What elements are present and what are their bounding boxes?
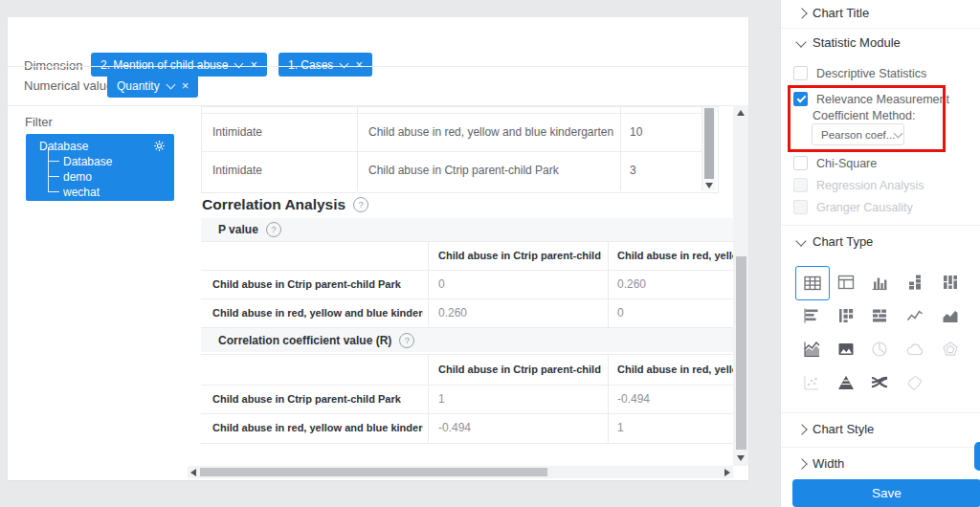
checkbox-chi-square[interactable] bbox=[793, 156, 808, 170]
table-cell: Intimidate bbox=[212, 151, 351, 190]
table-cell: Child abuse in Ctrip parent-child Park bbox=[368, 151, 615, 190]
chart-type-funnel-chart-icon[interactable] bbox=[830, 366, 862, 399]
correlation-title: Correlation Analysis bbox=[202, 196, 345, 213]
floating-widget[interactable] bbox=[974, 442, 980, 471]
chart-type-scatter-plot-icon bbox=[795, 366, 828, 399]
coefficient-method-dropdown[interactable]: Pearson coef... bbox=[812, 123, 904, 145]
tag-label: Quantity bbox=[117, 79, 160, 93]
table-cell: -0.494 bbox=[438, 413, 471, 442]
section-width[interactable]: Width bbox=[813, 456, 844, 471]
chart-type-area-chart-icon[interactable] bbox=[934, 299, 967, 332]
table-cell: Intimidate bbox=[212, 113, 351, 151]
row-header: Child abuse in Ctrip parent-child Park bbox=[212, 270, 401, 298]
horizontal-scrollbar[interactable] bbox=[188, 466, 733, 478]
column-header: Child abuse in Ctrip parent-child Park bbox=[438, 355, 603, 385]
scrollbar-thumb[interactable] bbox=[704, 108, 714, 179]
chart-type-picture-chart-icon[interactable] bbox=[830, 333, 862, 365]
table-cell: 0.260 bbox=[438, 298, 467, 327]
chart-type-stacked-bar-chart-icon[interactable] bbox=[863, 299, 896, 332]
scrollbar-thumb[interactable] bbox=[736, 256, 746, 450]
numerical-tag[interactable]: Quantity × bbox=[107, 74, 198, 98]
table-cell: Child abuse in red, yellow and blue kind… bbox=[368, 113, 615, 151]
divider bbox=[8, 66, 748, 67]
filter-tree-item[interactable]: wechat bbox=[63, 186, 100, 199]
row-header: Child abuse in red, yellow and blue kind… bbox=[212, 298, 423, 327]
chart-type-block-chart-icon[interactable] bbox=[830, 299, 862, 332]
vertical-scrollbar[interactable] bbox=[733, 105, 748, 466]
table-cell: 0 bbox=[617, 298, 624, 327]
divider bbox=[781, 225, 980, 226]
close-icon[interactable]: × bbox=[182, 79, 189, 92]
checkbox-label: Regression Analysis bbox=[816, 179, 924, 192]
r-value-table: Child abuse in Ctrip parent-child Park C… bbox=[201, 354, 734, 444]
scroll-right-arrow[interactable] bbox=[724, 469, 730, 476]
table-col-border bbox=[428, 355, 429, 443]
tree-line bbox=[48, 176, 59, 177]
column-header: Child abuse in red, yellow and blue kind… bbox=[617, 242, 734, 270]
table-col-border bbox=[428, 242, 429, 327]
column-header: Child abuse in Ctrip parent-child Park bbox=[438, 242, 603, 270]
chart-type-grid-bar-chart-icon[interactable] bbox=[934, 266, 967, 298]
chevron-down-icon bbox=[894, 128, 903, 138]
checkbox-regression-analysis bbox=[793, 178, 808, 192]
tree-line bbox=[48, 147, 49, 191]
chart-type-pie-chart-icon bbox=[863, 333, 896, 365]
scroll-down-arrow[interactable] bbox=[705, 183, 713, 188]
help-icon[interactable] bbox=[353, 197, 368, 212]
chevron-right-icon bbox=[796, 8, 807, 18]
chart-type-line-area-chart-icon[interactable] bbox=[795, 333, 828, 365]
divider bbox=[781, 412, 980, 413]
checkbox-label: Descriptive Statistics bbox=[816, 67, 926, 80]
dimension-tag[interactable]: 1. Cases × bbox=[278, 53, 372, 77]
numerical-value-label: Numerical value bbox=[24, 78, 113, 93]
section-chart-type[interactable]: Chart Type bbox=[813, 234, 873, 249]
section-statistic-module[interactable]: Statistic Module bbox=[813, 35, 901, 50]
filter-tree: Database Database demo wechat bbox=[26, 134, 174, 201]
checkbox-descriptive-statistics[interactable] bbox=[793, 66, 808, 80]
chevron-right-icon bbox=[796, 424, 807, 434]
save-button[interactable]: Save bbox=[792, 479, 980, 507]
close-icon[interactable]: × bbox=[250, 58, 257, 71]
table-cell: 3 bbox=[630, 151, 697, 190]
checkbox-label: Chi-Square bbox=[816, 157, 877, 170]
chart-type-stacked-column-chart-icon[interactable] bbox=[899, 266, 931, 298]
app-root: Dimension 2. Mention of child abuse × 1.… bbox=[0, 0, 980, 507]
chart-type-table-icon[interactable] bbox=[795, 266, 830, 300]
scroll-left-arrow[interactable] bbox=[190, 469, 196, 476]
chart-type-bar-chart-icon[interactable] bbox=[795, 299, 828, 332]
checkbox-label: Relevance Measurement bbox=[816, 93, 949, 106]
help-icon[interactable] bbox=[399, 333, 414, 348]
correlation-heading: Correlation Analysis bbox=[202, 196, 368, 213]
gear-icon[interactable] bbox=[153, 140, 166, 152]
table-scrollbar[interactable] bbox=[702, 107, 716, 190]
p-value-table: Child abuse in Ctrip parent-child Park C… bbox=[201, 241, 734, 328]
checkbox-relevance-measurement[interactable] bbox=[793, 92, 808, 106]
filter-tree-item[interactable]: Database bbox=[63, 155, 112, 168]
scroll-up-arrow[interactable] bbox=[737, 110, 745, 116]
close-icon[interactable]: × bbox=[355, 58, 363, 71]
filter-tree-item[interactable]: demo bbox=[63, 170, 92, 184]
chart-type-column-chart-icon[interactable] bbox=[863, 266, 896, 298]
section-chart-title[interactable]: Chart Title bbox=[813, 6, 869, 20]
coefficient-method-label: Coefficient Method: bbox=[813, 109, 915, 122]
table-cell: 1 bbox=[438, 385, 445, 413]
scroll-down-arrow[interactable] bbox=[737, 455, 745, 461]
section-chart-style[interactable]: Chart Style bbox=[813, 422, 874, 436]
tag-label: 2. Mention of child abuse bbox=[100, 58, 228, 72]
query-result-card: Dimension 2. Mention of child abuse × 1.… bbox=[8, 17, 748, 480]
chart-type-pivot-table-icon[interactable] bbox=[830, 266, 862, 298]
chart-type-word-cloud-icon bbox=[899, 333, 931, 365]
scrollbar-thumb[interactable] bbox=[200, 468, 547, 476]
result-table: Intimidate Child abuse in red, yellow an… bbox=[201, 106, 719, 193]
filter-tree-root[interactable]: Database bbox=[39, 140, 88, 153]
chart-type-sankey-chart-icon[interactable] bbox=[863, 366, 896, 399]
chevron-down-icon[interactable] bbox=[166, 79, 175, 89]
chart-type-line-chart-icon[interactable] bbox=[899, 299, 931, 332]
help-icon[interactable] bbox=[266, 222, 281, 237]
chart-type-map-chart-icon bbox=[899, 366, 931, 399]
numerical-tags: Quantity × bbox=[107, 74, 198, 98]
dropdown-value: Pearson coef... bbox=[821, 129, 895, 141]
checkbox-granger-causality bbox=[793, 200, 808, 214]
table-col-border bbox=[608, 355, 609, 443]
p-value-label: P value bbox=[218, 223, 258, 236]
